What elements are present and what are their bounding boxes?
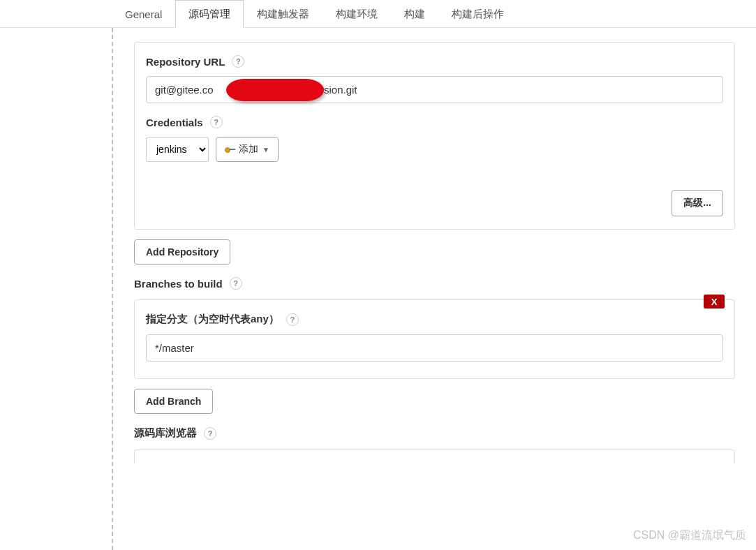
branches-label-text: Branches to build bbox=[134, 278, 223, 290]
repo-url-input-wrap bbox=[146, 76, 723, 103]
tab-bar: General 源码管理 构建触发器 构建环境 构建 构建后操作 bbox=[0, 0, 756, 28]
branch-spec-label: 指定分支（为空时代表any） ? bbox=[146, 313, 723, 326]
repo-url-label: Repository URL ? bbox=[146, 55, 723, 68]
tab-source-code[interactable]: 源码管理 bbox=[175, 0, 244, 28]
repo-browser-box bbox=[134, 449, 735, 463]
credentials-label: Credentials ? bbox=[146, 116, 723, 128]
repository-section: Repository URL ? Credentials ? jenkins 添… bbox=[134, 42, 735, 230]
help-icon[interactable]: ? bbox=[286, 313, 299, 326]
credentials-group: Credentials ? jenkins 添加 ▼ bbox=[146, 116, 723, 162]
add-branch-button[interactable]: Add Branch bbox=[134, 389, 213, 414]
credentials-select[interactable]: jenkins bbox=[146, 137, 209, 162]
help-icon[interactable]: ? bbox=[232, 55, 244, 68]
chevron-down-icon: ▼ bbox=[262, 146, 269, 154]
repo-url-group: Repository URL ? bbox=[146, 55, 723, 103]
add-credentials-button[interactable]: 添加 ▼ bbox=[216, 137, 279, 162]
branch-spec-input[interactable] bbox=[146, 334, 723, 362]
credentials-row: jenkins 添加 ▼ bbox=[146, 137, 723, 162]
key-icon bbox=[225, 146, 236, 153]
tab-build-env[interactable]: 构建环境 bbox=[323, 0, 391, 27]
branch-section: X 指定分支（为空时代表any） ? bbox=[134, 299, 735, 379]
redaction-overlay bbox=[226, 79, 324, 101]
advanced-row: 高级... bbox=[146, 190, 723, 216]
tab-build-triggers[interactable]: 构建触发器 bbox=[244, 0, 323, 27]
add-repository-button[interactable]: Add Repository bbox=[134, 239, 230, 265]
add-cred-label: 添加 bbox=[239, 143, 258, 156]
tab-post-build[interactable]: 构建后操作 bbox=[438, 0, 517, 27]
tab-build[interactable]: 构建 bbox=[391, 0, 438, 27]
repo-browser-label-text: 源码库浏览器 bbox=[134, 426, 197, 440]
advanced-button[interactable]: 高级... bbox=[672, 190, 723, 216]
repo-url-label-text: Repository URL bbox=[146, 56, 225, 68]
tab-general[interactable]: General bbox=[112, 0, 175, 27]
repo-browser-label: 源码库浏览器 ? bbox=[134, 426, 735, 440]
branch-spec-group: 指定分支（为空时代表any） ? bbox=[146, 313, 723, 362]
credentials-label-text: Credentials bbox=[146, 117, 203, 128]
help-icon[interactable]: ? bbox=[210, 116, 223, 128]
branch-spec-label-text: 指定分支（为空时代表any） bbox=[146, 313, 279, 326]
help-icon[interactable]: ? bbox=[204, 427, 216, 440]
delete-branch-button[interactable]: X bbox=[704, 295, 725, 309]
branches-section-label: Branches to build ? bbox=[134, 277, 735, 290]
main-content: Repository URL ? Credentials ? jenkins 添… bbox=[112, 28, 756, 550]
help-icon[interactable]: ? bbox=[230, 277, 242, 290]
